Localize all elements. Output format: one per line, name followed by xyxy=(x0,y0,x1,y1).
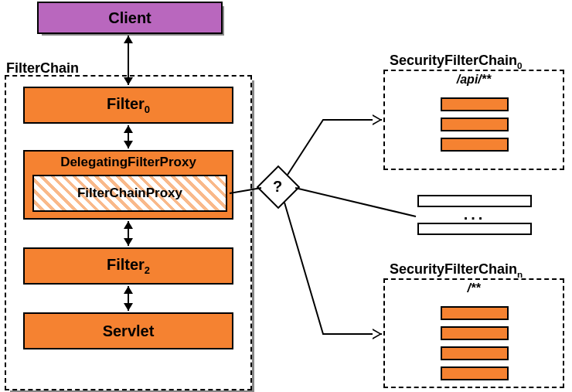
filter-bar xyxy=(441,306,509,320)
filter-bar xyxy=(441,366,509,380)
filter-chain-proxy-label: FilterChainProxy xyxy=(77,186,182,201)
open-arrowhead-icon xyxy=(373,329,382,339)
sfc0-pattern: /api/** xyxy=(385,73,563,87)
arrowhead-icon xyxy=(124,141,133,148)
ellipsis-dots: ... xyxy=(417,210,532,218)
filter-bar xyxy=(441,326,509,340)
client-label: Client xyxy=(108,9,152,27)
sfcn-filters xyxy=(441,306,509,387)
filter-0-label: Filter0 xyxy=(107,95,150,115)
decision-symbol: ? xyxy=(273,178,282,196)
arrowhead-icon xyxy=(124,303,133,311)
security-filter-chain-n-label: SecurityFilterChainn xyxy=(390,261,523,279)
filter-0-box: Filter0 xyxy=(23,87,233,124)
arrowhead-icon xyxy=(124,286,133,294)
delegating-filter-proxy-box: DelegatingFilterProxy FilterChainProxy xyxy=(23,150,233,220)
delegating-filter-proxy-label: DelegatingFilterProxy xyxy=(60,155,196,170)
ellipsis-chains: ... xyxy=(417,195,532,240)
filter-bar xyxy=(441,97,509,111)
sfcn-pattern: /** xyxy=(385,281,563,295)
filter-chain-proxy-box: FilterChainProxy xyxy=(32,175,227,212)
client-box: Client xyxy=(37,2,223,34)
ellipsis-bar xyxy=(417,223,532,235)
arrowhead-icon xyxy=(124,77,133,85)
servlet-box: Servlet xyxy=(23,312,233,349)
servlet-label: Servlet xyxy=(103,322,155,340)
svg-line-1 xyxy=(295,188,416,216)
arrowhead-icon xyxy=(124,125,133,133)
filter-2-box: Filter2 xyxy=(23,247,233,285)
filterchain-label: FilterChain xyxy=(6,60,79,77)
filter-2-label: Filter2 xyxy=(107,256,150,276)
arrowhead-icon xyxy=(124,36,133,43)
filter-bar xyxy=(441,118,509,131)
security-filter-chain-0-box: /api/** xyxy=(383,70,564,170)
filter-bar xyxy=(441,138,509,152)
arrowhead-icon xyxy=(124,221,133,229)
diagram-canvas: Client FilterChain Filter0 DelegatingFil… xyxy=(0,0,572,392)
open-arrowhead-icon xyxy=(373,114,382,125)
security-filter-chain-n-box: /** xyxy=(383,278,564,388)
security-filter-chain-0-label: SecurityFilterChain0 xyxy=(390,53,523,70)
arrowhead-icon xyxy=(124,238,133,246)
filter-bar xyxy=(441,346,509,360)
sfc0-filters xyxy=(441,97,509,158)
